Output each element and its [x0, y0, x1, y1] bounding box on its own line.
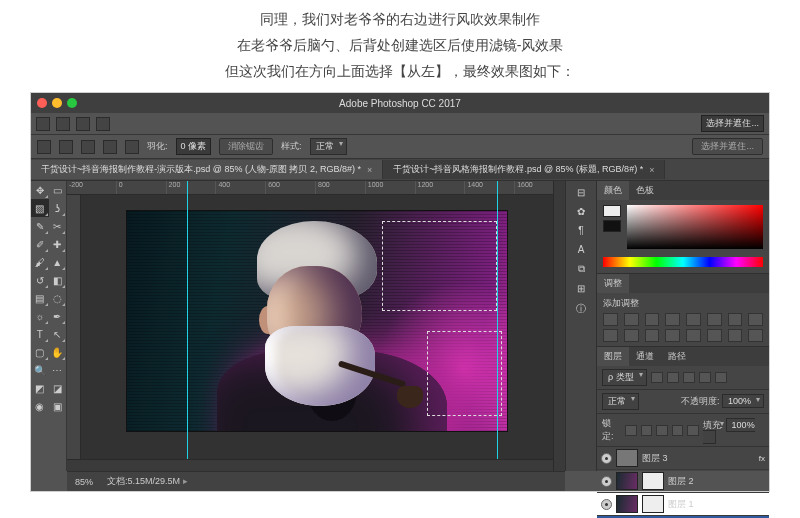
- blend-mode-dropdown[interactable]: 正常: [602, 393, 639, 410]
- exposure-adjust-icon[interactable]: [665, 313, 680, 326]
- ruler-vertical[interactable]: [67, 195, 81, 471]
- navigator-panel-icon[interactable]: ⊞: [577, 283, 585, 294]
- document-canvas[interactable]: [127, 211, 507, 431]
- layer-mask-thumb[interactable]: [642, 495, 664, 513]
- quick-mask-toggle[interactable]: ◉: [31, 397, 49, 415]
- hand-tool[interactable]: ✋: [49, 343, 67, 361]
- info-panel-icon[interactable]: ⓘ: [576, 302, 586, 316]
- path-select-tool[interactable]: ↖: [49, 325, 67, 343]
- hue-slider[interactable]: [603, 257, 763, 267]
- curves-adjust-icon[interactable]: [645, 313, 660, 326]
- threshold-adjust-icon[interactable]: [707, 329, 722, 342]
- posterize-adjust-icon[interactable]: [686, 329, 701, 342]
- vibrance-adjust-icon[interactable]: [686, 313, 701, 326]
- edit-toolbar-button[interactable]: ⋯: [49, 361, 67, 379]
- bw-adjust-icon[interactable]: [748, 313, 763, 326]
- zoom-tool[interactable]: 🔍: [31, 361, 49, 379]
- screen-mode-icon[interactable]: [76, 117, 90, 131]
- invert-adjust-icon[interactable]: [665, 329, 680, 342]
- home-icon[interactable]: [36, 117, 50, 131]
- lasso-tool[interactable]: ʖ: [49, 199, 67, 217]
- spot-heal-tool[interactable]: ✚: [49, 235, 67, 253]
- lock-pixels-icon[interactable]: [641, 425, 652, 436]
- lock-all-icon[interactable]: [687, 425, 698, 436]
- type-tool[interactable]: T: [31, 325, 49, 343]
- paths-tab[interactable]: 路径: [661, 347, 693, 366]
- feather-input[interactable]: 0 像素: [176, 138, 212, 155]
- adjustments-tab[interactable]: 调整: [597, 274, 629, 293]
- layer-row[interactable]: 图层 2: [597, 470, 769, 493]
- libraries-panel-icon[interactable]: ⧉: [578, 263, 585, 275]
- layer-mask-thumb[interactable]: [642, 472, 664, 490]
- gradient-tool[interactable]: ▤: [31, 289, 49, 307]
- pen-tool[interactable]: ✒: [49, 307, 67, 325]
- channels-tab[interactable]: 通道: [629, 347, 661, 366]
- close-tab-2-icon[interactable]: ×: [649, 165, 654, 175]
- layer-filter-kind-dropdown[interactable]: ρ 类型: [602, 369, 647, 386]
- foreground-swatch[interactable]: ◩: [31, 379, 49, 397]
- move-tool[interactable]: ✥: [31, 181, 49, 199]
- layer-row[interactable]: 图层 3 fx: [597, 447, 769, 470]
- history-brush-tool[interactable]: ↺: [31, 271, 49, 289]
- properties-panel-icon[interactable]: ✿: [577, 206, 585, 217]
- quick-select-tool[interactable]: ✎: [31, 217, 49, 235]
- history-panel-icon[interactable]: ⊟: [577, 187, 585, 198]
- visibility-toggle[interactable]: [601, 499, 612, 510]
- layer-name[interactable]: 图层 1: [668, 498, 765, 511]
- brush-tool[interactable]: 🖌: [31, 253, 49, 271]
- filter-shape-icon[interactable]: [699, 372, 711, 383]
- selection-new-icon[interactable]: [59, 140, 73, 154]
- ruler-horizontal[interactable]: -200 0 200 400 600 800 1000 1200 1400 16…: [67, 181, 565, 195]
- selection-marquee-1[interactable]: [382, 221, 497, 311]
- visibility-toggle[interactable]: [601, 453, 612, 464]
- search-field[interactable]: 选择并遮住...: [701, 115, 764, 132]
- select-and-mask-button[interactable]: 选择并遮住...: [692, 138, 763, 155]
- brightness-adjust-icon[interactable]: [603, 313, 618, 326]
- extras-icon[interactable]: [96, 117, 110, 131]
- filter-pixel-icon[interactable]: [651, 372, 663, 383]
- blur-tool[interactable]: ◌: [49, 289, 67, 307]
- lock-transparency-icon[interactable]: [625, 425, 636, 436]
- eyedropper-tool[interactable]: ✐: [31, 235, 49, 253]
- character-panel-icon[interactable]: A: [578, 244, 585, 255]
- zoom-level-field[interactable]: 85%: [75, 477, 93, 487]
- clone-stamp-tool[interactable]: ▲: [49, 253, 67, 271]
- layer-row[interactable]: 图层 1: [597, 493, 769, 516]
- filter-type-icon[interactable]: [683, 372, 695, 383]
- color-picker-field[interactable]: [627, 205, 763, 249]
- hue-adjust-icon[interactable]: [707, 313, 722, 326]
- close-tab-1-icon[interactable]: ×: [367, 165, 372, 175]
- color-tab[interactable]: 颜色: [597, 181, 629, 200]
- background-swatch[interactable]: ◪: [49, 379, 67, 397]
- canvas-area[interactable]: -200 0 200 400 600 800 1000 1200 1400 16…: [67, 181, 565, 471]
- background-color-swatch[interactable]: [603, 220, 621, 232]
- dodge-tool[interactable]: ☼: [31, 307, 49, 325]
- foreground-color-swatch[interactable]: [603, 205, 621, 217]
- layer-name[interactable]: 图层 2: [668, 475, 765, 488]
- lock-artboard-icon[interactable]: [672, 425, 683, 436]
- antialias-checkbox[interactable]: 消除锯齿: [219, 138, 273, 155]
- photofilter-adjust-icon[interactable]: [603, 329, 618, 342]
- opacity-input[interactable]: 100%: [722, 394, 764, 408]
- colorlookup-adjust-icon[interactable]: [645, 329, 660, 342]
- selection-marquee-2[interactable]: [427, 331, 502, 416]
- style-dropdown[interactable]: 正常: [310, 138, 347, 155]
- document-tab-1[interactable]: 干货设计~抖音海报制作教程-演示版本.psd @ 85% (人物-原图 拷贝 2…: [31, 160, 383, 179]
- lock-position-icon[interactable]: [656, 425, 667, 436]
- layer-fx-badge[interactable]: fx: [759, 454, 765, 463]
- selection-intersect-icon[interactable]: [125, 140, 139, 154]
- layer-thumb[interactable]: [616, 495, 638, 513]
- canvas-scrollbar-vertical[interactable]: [553, 181, 565, 471]
- layer-thumb[interactable]: [616, 472, 638, 490]
- crop-tool[interactable]: ✂: [49, 217, 67, 235]
- filter-smart-icon[interactable]: [715, 372, 727, 383]
- selection-add-icon[interactable]: [81, 140, 95, 154]
- layer-thumb[interactable]: [616, 449, 638, 467]
- layer-name[interactable]: 图层 3: [642, 452, 755, 465]
- artboard-tool[interactable]: ▭: [49, 181, 67, 199]
- layers-tab[interactable]: 图层: [597, 347, 629, 366]
- guide-vertical[interactable]: [187, 181, 188, 471]
- channelmix-adjust-icon[interactable]: [624, 329, 639, 342]
- colorbalance-adjust-icon[interactable]: [728, 313, 743, 326]
- arrange-docs-icon[interactable]: [56, 117, 70, 131]
